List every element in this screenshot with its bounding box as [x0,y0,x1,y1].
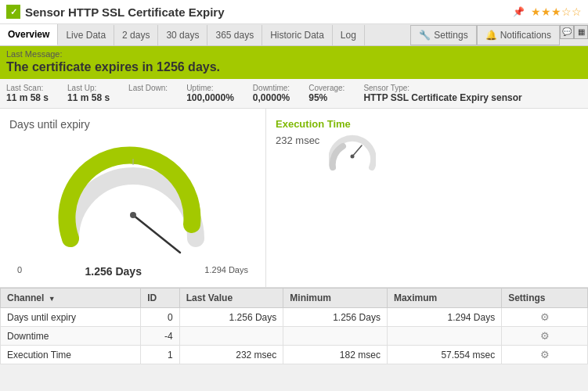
gauge-current-value: 1.256 Days [85,265,142,278]
td-min-2 [283,327,388,346]
last-down-label: Last Down: [128,84,168,92]
sensor-status-icon [6,5,20,19]
gauge-container: 0 1.256 Days 1.294 Days [9,137,256,278]
main-content: Days until expiry 0 1.256 Days [0,109,588,288]
alert-banner: Last Message: The certificate expires in… [0,46,588,79]
svg-line-3 [352,145,362,156]
notifications-button[interactable]: 🔔 Notifications [477,25,560,45]
table-row: Downtime -4 ⚙ [1,327,588,346]
th-settings: Settings [502,289,588,308]
chat-icon-button[interactable]: 💬 [560,25,574,39]
tab-historic-data[interactable]: Historic Data [262,25,333,45]
th-minimum[interactable]: Minimum [283,289,388,308]
stat-sensor-type: Sensor Type: HTTP SSL Certificate Expiry… [363,84,521,103]
tab-log[interactable]: Log [333,25,365,45]
gear-icon-2[interactable]: ⚙ [540,330,550,342]
tab-30days[interactable]: 30 days [158,25,207,45]
last-down-value [128,92,168,103]
td-lastval-1: 1.256 Days [179,308,283,327]
td-settings-2[interactable]: ⚙ [502,327,588,346]
sort-arrow-icon: ▼ [49,295,56,303]
td-max-3: 57.554 msec [387,346,501,364]
td-id-3: 1 [141,346,179,364]
gauge-title: Days until expiry [9,118,256,131]
gauge-range-labels: 0 1.256 Days 1.294 Days [9,265,256,278]
pin-icon[interactable]: 📌 [513,6,525,17]
stat-last-up: Last Up: 11 m 58 s [67,84,110,103]
grid-icon-button[interactable]: ▦ [574,25,588,39]
stat-downtime: Downtime: 0,0000% [253,84,290,103]
stats-bar: Last Scan: 11 m 58 s Last Up: 11 m 58 s … [0,79,588,109]
th-maximum[interactable]: Maximum [387,289,501,308]
svg-point-1 [130,212,136,218]
gear-icon-1[interactable]: ⚙ [540,311,550,323]
uptime-label: Uptime: [186,84,234,92]
downtime-value: 0,0000% [253,92,290,103]
gear-icon-3[interactable]: ⚙ [540,349,550,361]
page-title: Sensor HTTP SSL Certificate Expiry [25,5,507,19]
td-min-3: 182 msec [283,346,388,364]
last-scan-label: Last Scan: [6,84,49,92]
svg-point-4 [351,155,355,159]
data-table: Channel ▼ ID Last Value Minimum Maximum … [0,288,588,364]
stat-last-down: Last Down: [128,84,168,103]
table-row: Days until expiry 0 1.256 Days 1.256 Day… [1,308,588,327]
star-rating[interactable]: ★★★☆☆ [531,5,582,18]
td-channel-3: Execution Time [1,346,141,364]
gauge-svg [55,137,211,262]
tab-2days[interactable]: 2 days [114,25,158,45]
uptime-value: 100,0000% [186,92,234,103]
gauge-min-label: 0 [17,265,22,278]
table-row: Execution Time 1 232 msec 182 msec 57.55… [1,346,588,364]
tab-live-data[interactable]: Live Data [58,25,114,45]
tab-overview[interactable]: Overview [0,24,58,45]
td-channel-1: Days until expiry [1,308,141,327]
gauge-max-label: 1.294 Days [204,265,248,278]
th-channel[interactable]: Channel ▼ [1,289,141,308]
last-up-label: Last Up: [67,84,110,92]
tab-365days[interactable]: 365 days [207,25,262,45]
stat-coverage: Coverage: 95% [308,84,345,103]
execution-panel: Execution Time 232 msec [266,109,588,287]
th-id[interactable]: ID [141,289,179,308]
td-id-2: -4 [141,327,179,346]
tab-bar: Overview Live Data 2 days 30 days 365 da… [0,24,588,46]
execution-title: Execution Time [276,118,579,130]
td-id-1: 0 [141,308,179,327]
last-up-value: 11 m 58 s [67,92,110,103]
td-channel-2: Downtime [1,327,141,346]
td-min-1: 1.256 Days [283,308,388,327]
td-settings-3[interactable]: ⚙ [502,346,588,364]
th-last-value[interactable]: Last Value [179,289,283,308]
sensor-type-value: HTTP SSL Certificate Expiry sensor [363,92,521,103]
bell-icon: 🔔 [485,30,497,41]
stat-last-scan: Last Scan: 11 m 58 s [6,84,49,103]
td-lastval-2 [179,327,283,346]
page-header: Sensor HTTP SSL Certificate Expiry 📌 ★★★… [0,0,588,24]
last-scan-value: 11 m 58 s [6,92,49,103]
coverage-label: Coverage: [308,84,345,92]
alert-message: The certificate expires in 1256 days. [6,59,582,77]
alert-label: Last Message: [6,49,582,59]
execution-content: 232 msec [276,135,579,174]
gauge-panel: Days until expiry 0 1.256 Days [0,109,266,287]
coverage-value: 95% [308,92,345,103]
td-lastval-3: 232 msec [179,346,283,364]
wrench-icon: 🔧 [419,30,431,41]
svg-line-0 [133,215,180,253]
stat-uptime: Uptime: 100,0000% [186,84,234,103]
td-max-2 [387,327,501,346]
downtime-label: Downtime: [253,84,290,92]
sensor-type-label: Sensor Type: [363,84,521,92]
td-max-1: 1.294 Days [387,308,501,327]
execution-value: 232 msec [276,135,319,146]
td-settings-1[interactable]: ⚙ [502,308,588,327]
mini-gauge-svg [329,135,376,174]
settings-button[interactable]: 🔧 Settings [410,25,476,45]
